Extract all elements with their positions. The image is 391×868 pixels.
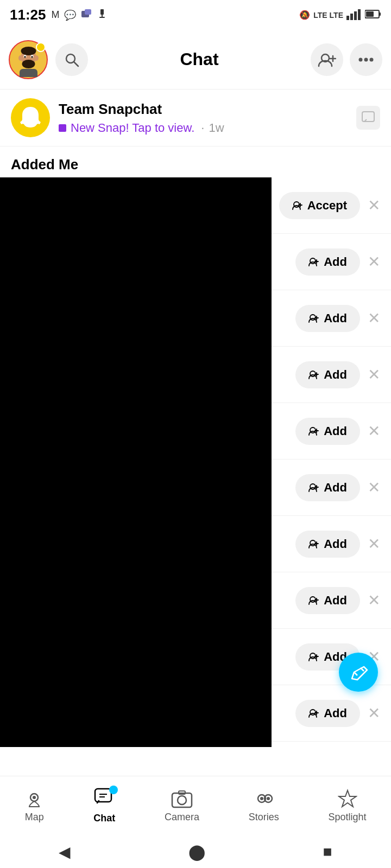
added-me-list: ████████ Added you Accept ✕ ████████ Add…: [0, 177, 391, 742]
svg-rect-5: [346, 16, 349, 20]
added-me-section-header: Added Me: [0, 146, 391, 177]
dismiss-button-6[interactable]: ✕: [368, 535, 380, 553]
gmail-icon: M: [52, 9, 60, 21]
svg-point-75: [267, 797, 270, 800]
status-time: 11:25: [10, 7, 46, 23]
add-button-4[interactable]: Add: [295, 418, 360, 445]
avatar-dot: [36, 42, 46, 52]
header-title: Chat: [88, 49, 311, 69]
add-button-5[interactable]: Add: [295, 474, 360, 501]
team-snapchat-avatar: [11, 98, 50, 137]
stories-icon: [253, 789, 275, 808]
back-button[interactable]: ◀: [59, 843, 71, 861]
add-button-1[interactable]: Add: [295, 248, 360, 276]
team-snapchat-info: Team Snapchat New Snap! Tap to view. · 1…: [59, 101, 356, 135]
svg-point-17: [22, 60, 35, 68]
dismiss-button-4[interactable]: ✕: [368, 422, 380, 440]
header: Chat: [0, 30, 391, 90]
dismiss-button-2[interactable]: ✕: [368, 309, 380, 327]
header-actions: [311, 43, 382, 76]
camera-icon: [171, 789, 193, 808]
svg-point-16: [34, 55, 39, 61]
svg-marker-76: [339, 790, 356, 807]
svg-rect-31: [362, 112, 374, 122]
nav-map[interactable]: Map: [24, 789, 44, 823]
privacy-overlay: [0, 177, 272, 747]
map-label: Map: [25, 812, 44, 823]
usb-icon: [97, 8, 108, 22]
nav-chat[interactable]: Chat: [93, 788, 115, 824]
chat-separator: ·: [201, 121, 204, 135]
svg-rect-11: [366, 11, 374, 17]
svg-rect-8: [358, 9, 361, 20]
android-nav: ◀ ⬤ ■: [0, 835, 391, 868]
compose-fab[interactable]: [339, 653, 378, 692]
recent-button[interactable]: ■: [323, 843, 332, 860]
svg-point-14: [21, 47, 36, 55]
svg-rect-4: [99, 17, 105, 18]
chat-label: Chat: [93, 813, 115, 824]
add-button-9[interactable]: Add: [295, 700, 360, 727]
search-button[interactable]: [55, 43, 88, 76]
svg-point-29: [364, 58, 368, 61]
svg-point-65: [33, 796, 36, 799]
svg-line-24: [74, 62, 78, 66]
more-options-button[interactable]: [350, 43, 382, 76]
chat-badge: [109, 786, 118, 794]
home-button[interactable]: ⬤: [188, 843, 205, 861]
accept-button-0[interactable]: Accept: [279, 192, 360, 219]
stories-label: Stories: [249, 812, 279, 823]
svg-point-15: [18, 55, 23, 61]
camera-label: Camera: [165, 812, 199, 823]
add-button-3[interactable]: Add: [295, 361, 360, 388]
teams-icon: [80, 8, 92, 22]
add-button-7[interactable]: Add: [295, 587, 360, 614]
svg-rect-18: [20, 69, 37, 77]
dismiss-button-3[interactable]: ✕: [368, 366, 380, 384]
status-right-icons: 🔕 LTE LTE: [299, 8, 381, 22]
spotlight-icon: [338, 789, 357, 808]
signal-icon: [346, 8, 362, 22]
svg-point-74: [260, 797, 263, 800]
svg-rect-7: [354, 11, 357, 20]
bottom-navigation: Map Chat Camera Storie: [0, 776, 391, 835]
nav-stories[interactable]: Stories: [249, 789, 279, 823]
dismiss-button-9[interactable]: ✕: [368, 704, 380, 722]
svg-point-30: [370, 58, 374, 61]
lte-icon: LTE LTE: [313, 11, 343, 20]
chat-message-icon[interactable]: [356, 106, 380, 130]
svg-rect-1: [85, 9, 91, 15]
dismiss-button-7[interactable]: ✕: [368, 591, 380, 609]
status-bar: 11:25 M 💬 🔕 LTE LTE: [0, 0, 391, 30]
snap-dot: [59, 124, 66, 132]
team-snapchat-preview: New Snap! Tap to view. · 1w: [59, 121, 356, 135]
messenger-icon: 💬: [64, 9, 76, 21]
svg-point-22: [31, 56, 33, 58]
dismiss-button-1[interactable]: ✕: [368, 253, 380, 271]
svg-point-21: [24, 56, 26, 58]
spotlight-label: Spotlight: [329, 812, 367, 823]
mute-icon: 🔕: [299, 10, 310, 20]
main-content: Team Snapchat New Snap! Tap to view. · 1…: [0, 90, 391, 776]
svg-rect-2: [100, 9, 104, 15]
dismiss-button-0[interactable]: ✕: [368, 196, 380, 214]
battery-icon: [365, 9, 381, 21]
team-snapchat-name: Team Snapchat: [59, 101, 356, 118]
team-snapchat-item[interactable]: Team Snapchat New Snap! Tap to view. · 1…: [0, 90, 391, 146]
nav-camera[interactable]: Camera: [165, 789, 199, 823]
nav-spotlight[interactable]: Spotlight: [329, 789, 367, 823]
svg-point-28: [359, 58, 363, 61]
svg-rect-10: [379, 12, 381, 16]
dismiss-button-5[interactable]: ✕: [368, 478, 380, 496]
add-friend-button[interactable]: [311, 43, 343, 76]
svg-line-63: [354, 672, 357, 675]
add-button-2[interactable]: Add: [295, 305, 360, 332]
added-me-title: Added Me: [11, 156, 380, 173]
map-icon: [24, 789, 44, 808]
add-button-6[interactable]: Add: [295, 531, 360, 558]
svg-point-70: [178, 796, 186, 805]
svg-rect-6: [350, 14, 353, 20]
chat-time: 1w: [209, 121, 224, 135]
my-avatar[interactable]: [9, 40, 48, 79]
